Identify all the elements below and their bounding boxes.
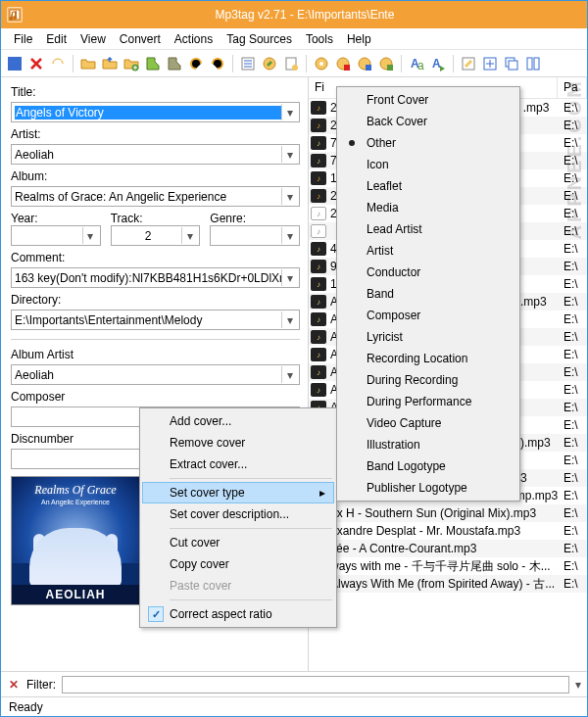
chevron-down-icon[interactable]: ▾ (181, 227, 197, 244)
edit-button[interactable] (459, 54, 478, 73)
menu-item[interactable]: Remove cover (142, 432, 334, 454)
chevron-down-icon[interactable]: ▾ (281, 311, 297, 328)
menu-tools[interactable]: Tools (299, 30, 340, 48)
tag-copy-button[interactable] (143, 54, 163, 73)
menu-label: Extract cover... (170, 457, 247, 471)
menu-item[interactable]: Correct aspect ratio (142, 603, 334, 625)
cover-context-menu[interactable]: Add cover...Remove coverExtract cover...… (139, 407, 337, 628)
menu-item[interactable]: Artist (339, 240, 517, 262)
menu-item[interactable]: Add cover... (142, 410, 334, 432)
chevron-down-icon[interactable]: ▾ (82, 227, 98, 244)
open-button[interactable] (78, 54, 98, 73)
menu-item[interactable]: Icon (339, 154, 517, 175)
menu-view[interactable]: View (74, 30, 113, 48)
menu-file[interactable]: File (7, 30, 39, 48)
directory-input[interactable]: E:\Importants\Entertainment\Melody▾ (11, 310, 300, 330)
comment-input[interactable]: 163 key(Don't modify):Nl7KBB481H1s6KDr+0… (11, 267, 300, 288)
chevron-down-icon[interactable]: ▾ (281, 188, 297, 205)
title-input[interactable]: Angels of Victory▾ (11, 102, 300, 122)
menu-item[interactable]: Recording Location (339, 348, 517, 369)
file-icon: ♪ (311, 242, 326, 256)
menu-item[interactable]: Band (339, 283, 517, 305)
menu-item[interactable]: Leaflet (339, 175, 517, 197)
menu-item[interactable]: During Recording (339, 369, 517, 391)
menu-item[interactable]: Back Cover (339, 111, 517, 132)
folder-add-button[interactable] (122, 54, 141, 73)
menu-item[interactable]: Lead Artist (339, 218, 517, 240)
table-row[interactable]: ♪Always With Me (from Spirited Away) - 古… (309, 575, 587, 593)
menu-help[interactable]: Help (340, 30, 378, 48)
filter-input[interactable] (62, 676, 569, 693)
menu-item[interactable]: Illustration (339, 434, 517, 455)
menu-item[interactable]: Copy cover (142, 553, 334, 575)
filter-label: Filter: (26, 678, 56, 692)
chevron-down-icon[interactable]: ▾ (281, 366, 297, 383)
menu-item[interactable]: Publisher Logotype (339, 477, 517, 499)
chevron-down-icon[interactable]: ▾ (281, 104, 297, 120)
menu-item[interactable]: Composer (339, 305, 517, 326)
menu-item[interactable]: Conductor (339, 262, 517, 283)
save-button[interactable] (5, 54, 24, 73)
undo2-button[interactable] (186, 54, 206, 73)
menu-convert[interactable]: Convert (113, 30, 168, 48)
chevron-down-icon[interactable]: ▾ (281, 146, 297, 163)
table-row[interactable]: ♪ (309, 593, 587, 610)
menu-item[interactable]: Band Logotype (339, 455, 517, 477)
mb2-button[interactable] (333, 54, 353, 73)
menu-item[interactable]: Extract cover... (142, 454, 334, 475)
menu-item[interactable]: Cut cover (142, 532, 334, 553)
close-icon[interactable]: ✕ (7, 678, 21, 692)
table-row[interactable]: ♪ways with me - 千与千寻片尾曲 solo - 木...E:\ (309, 557, 587, 575)
filepath: E:\ (564, 242, 587, 256)
cascade-button[interactable] (502, 54, 521, 73)
chevron-down-icon[interactable]: ▾ (575, 678, 581, 692)
col-path[interactable]: Pa (558, 77, 587, 98)
delete-button[interactable] (26, 54, 46, 73)
table-row[interactable]: ♪exandre Desplat - Mr. Moustafa.mp3E:\ (309, 522, 587, 540)
playlist-button[interactable] (238, 54, 258, 73)
redo-button[interactable] (208, 54, 227, 73)
year-label: Year: (11, 212, 101, 225)
filepath: E:\ (564, 489, 587, 502)
menu-item[interactable]: During Performance (339, 391, 517, 412)
table-row[interactable]: ♪zée - A Contre-Courant.mp3E:\ (309, 540, 587, 557)
menu-item[interactable]: Set cover type▸ (142, 482, 334, 503)
chevron-down-icon[interactable]: ▾ (281, 227, 297, 244)
action-a-button[interactable]: Aa (407, 54, 426, 73)
menu-item[interactable]: Front Cover (339, 89, 517, 111)
album-input[interactable]: Realms of Grace: An Angelic Experience▾ (11, 186, 300, 207)
menu-item[interactable]: Lyricist (339, 326, 517, 348)
menu-actions[interactable]: Actions (168, 30, 220, 48)
undo-button[interactable] (48, 54, 68, 73)
mb4-button[interactable] (376, 54, 396, 73)
action-run-button[interactable]: A (428, 54, 448, 73)
cover-art[interactable]: Realms Of Grace An Angelic Experience AE… (11, 476, 140, 605)
mb3-button[interactable] (355, 54, 374, 73)
menu-item[interactable]: Other (339, 132, 517, 154)
new-tab-button[interactable] (480, 54, 500, 73)
menu-item[interactable]: Media (339, 197, 517, 218)
menu-item[interactable]: Video Capture (339, 412, 517, 434)
tag-file-button[interactable] (281, 54, 301, 73)
table-row[interactable]: ♪ex H - Southern Sun (Original Mix).mp3E… (309, 504, 587, 522)
mb1-button[interactable] (312, 54, 331, 73)
year-input[interactable]: ▾ (11, 225, 101, 246)
tile-button[interactable] (523, 54, 543, 73)
status-text: Ready (9, 700, 43, 714)
menu-edit[interactable]: Edit (39, 30, 74, 48)
menu-item[interactable]: Set cover description... (142, 503, 334, 525)
folder-up-button[interactable] (100, 54, 120, 73)
artist-input[interactable]: Aeoliah▾ (11, 144, 300, 165)
menu-tag-sources[interactable]: Tag Sources (220, 30, 299, 48)
file-icon: ♪ (311, 260, 326, 273)
filepath: E:\ (564, 348, 587, 361)
track-input[interactable]: 2▾ (111, 225, 201, 246)
filename: Always With Me (from Spirited Away) - 古.… (330, 576, 564, 593)
tag-paste-button[interactable] (165, 54, 184, 73)
tag-edit-button[interactable] (260, 54, 279, 73)
genre-input[interactable]: ▾ (210, 225, 300, 246)
filepath: E:\ (564, 454, 587, 467)
cover-type-submenu[interactable]: Front CoverBack CoverOtherIconLeafletMed… (336, 86, 520, 502)
chevron-down-icon[interactable]: ▾ (281, 269, 297, 286)
album-artist-input[interactable]: Aeoliah▾ (11, 364, 300, 385)
